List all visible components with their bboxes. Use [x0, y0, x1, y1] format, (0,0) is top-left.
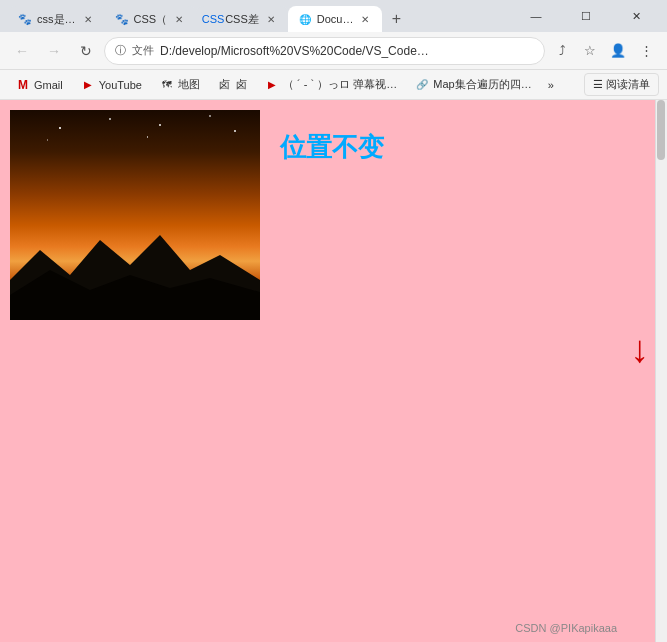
- mountain-silhouette: [10, 220, 260, 320]
- bookmark-more-button[interactable]: »: [542, 76, 560, 94]
- stars-overlay: [10, 110, 260, 170]
- tab-close-2[interactable]: ✕: [172, 12, 186, 26]
- back-button[interactable]: ←: [8, 37, 36, 65]
- bookmark-youtube[interactable]: ▶ YouTube: [73, 75, 150, 95]
- scroll-down-arrow: ↓: [630, 330, 649, 368]
- tab-favicon-4: 🌐: [298, 12, 312, 26]
- maximize-button[interactable]: ☐: [563, 0, 609, 32]
- minimize-button[interactable]: —: [513, 0, 559, 32]
- profile-icon-button[interactable]: 👤: [605, 38, 631, 64]
- tab-label-2: CSS（: [134, 12, 168, 27]
- address-text: D:/develop/Microsoft%20VS%20Code/VS_Code…: [160, 44, 534, 58]
- tab-css3[interactable]: CSS CSS差 ✕: [196, 6, 288, 32]
- nav-right-icons: ⤴ ☆ 👤 ⋮: [549, 38, 659, 64]
- tab-label-1: css是…: [37, 12, 76, 27]
- reading-list-icon: ☰: [593, 78, 603, 91]
- forward-button[interactable]: →: [40, 37, 68, 65]
- address-bar[interactable]: ⓘ 文件 D:/develop/Microsoft%20VS%20Code/VS…: [104, 37, 545, 65]
- map-favicon: 🗺: [160, 78, 174, 92]
- tab-label-4: Docu…: [317, 13, 354, 25]
- scroll-down-indicator: [655, 330, 667, 390]
- bookmark-map2[interactable]: 🔗 Map集合遍历的四…: [407, 74, 539, 95]
- share-icon-button[interactable]: ⤴: [549, 38, 575, 64]
- tab-docu[interactable]: 🌐 Docu… ✕: [288, 6, 383, 32]
- tab-favicon-2: 🐾: [115, 12, 129, 26]
- file-label: 文件: [132, 43, 154, 58]
- titlebar: 🐾 css是… ✕ 🐾 CSS（ ✕ CSS CSS差 ✕ 🌐 Docu… ✕ …: [0, 0, 667, 32]
- tab-close-1[interactable]: ✕: [81, 12, 95, 26]
- map2-favicon: 🔗: [415, 78, 429, 92]
- window-controls: — ☐ ✕: [513, 0, 659, 32]
- bookmark-gmail-label: Gmail: [34, 79, 63, 91]
- gmail-favicon: M: [16, 78, 30, 92]
- fixed-text: 位置不变: [280, 130, 384, 165]
- bookmark-map-label: 地图: [178, 77, 200, 92]
- bookmark-lu[interactable]: 卤 卤: [210, 74, 255, 95]
- bookmark-icon-button[interactable]: ☆: [577, 38, 603, 64]
- danmu-favicon: ▶: [265, 78, 279, 92]
- bookmark-more-label: »: [548, 79, 554, 91]
- mountain-image: [10, 110, 260, 320]
- tab-close-3[interactable]: ✕: [264, 12, 278, 26]
- tab-favicon-3: CSS: [206, 12, 220, 26]
- bookmarks-bar: M Gmail ▶ YouTube 🗺 地图 卤 卤 ▶ （ ´ - ` ）っロ…: [0, 70, 667, 100]
- close-button[interactable]: ✕: [613, 0, 659, 32]
- scrollbar-track[interactable]: [655, 100, 667, 642]
- tab-css1[interactable]: 🐾 css是… ✕: [8, 6, 105, 32]
- menu-icon-button[interactable]: ⋮: [633, 38, 659, 64]
- bookmark-danmu-label: （ ´ - ` ）っロ 弹幕视…: [283, 77, 397, 92]
- lu-favicon: 卤: [218, 78, 232, 92]
- bookmark-gmail[interactable]: M Gmail: [8, 75, 71, 95]
- reading-list-label: 阅读清单: [606, 77, 650, 92]
- tab-close-4[interactable]: ✕: [358, 12, 372, 26]
- content-area: 位置不变 ↓ CSDN @PIKapikaaa: [0, 100, 667, 642]
- bookmark-youtube-label: YouTube: [99, 79, 142, 91]
- scrollbar-thumb[interactable]: [657, 100, 665, 160]
- navbar: ← → ↻ ⓘ 文件 D:/develop/Microsoft%20VS%20C…: [0, 32, 667, 70]
- bookmark-danmu[interactable]: ▶ （ ´ - ` ）っロ 弹幕视…: [257, 74, 405, 95]
- new-tab-button[interactable]: +: [382, 6, 410, 32]
- reading-list-button[interactable]: ☰ 阅读清单: [584, 73, 659, 96]
- lock-icon: ⓘ: [115, 43, 126, 58]
- tab-favicon-1: 🐾: [18, 12, 32, 26]
- bookmark-map2-label: Map集合遍历的四…: [433, 77, 531, 92]
- tabs-area: 🐾 css是… ✕ 🐾 CSS（ ✕ CSS CSS差 ✕ 🌐 Docu… ✕ …: [8, 0, 509, 32]
- tab-label-3: CSS差: [225, 12, 259, 27]
- bookmark-lu-label: 卤: [236, 77, 247, 92]
- youtube-favicon: ▶: [81, 78, 95, 92]
- tab-css2[interactable]: 🐾 CSS（ ✕: [105, 6, 197, 32]
- refresh-button[interactable]: ↻: [72, 37, 100, 65]
- bookmark-map[interactable]: 🗺 地图: [152, 74, 208, 95]
- watermark: CSDN @PIKapikaaa: [515, 622, 617, 634]
